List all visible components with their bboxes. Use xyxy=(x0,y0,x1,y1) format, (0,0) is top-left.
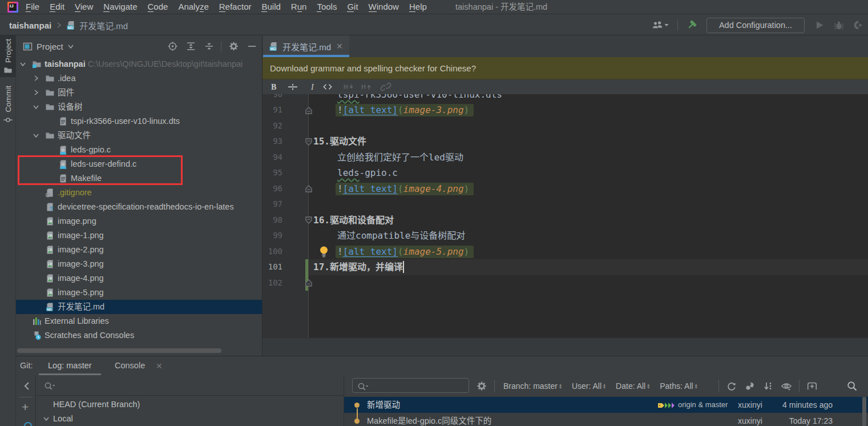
tab-close-icon[interactable]: ✕ xyxy=(336,42,343,50)
debug-icon[interactable] xyxy=(832,19,846,31)
menu-git[interactable]: Git xyxy=(342,0,363,14)
commit-row[interactable]: 新增驱动origin & masterxuxinyi4 minutes ago xyxy=(344,397,868,413)
fold-marker-icon[interactable] xyxy=(305,185,313,192)
settings-icon[interactable] xyxy=(229,42,239,51)
project-horizontal-scrollbar[interactable] xyxy=(17,348,221,353)
filter-user[interactable]: User: All▴▾ xyxy=(572,381,605,391)
profiler-icon[interactable] xyxy=(851,19,865,31)
branch-node-HEAD_Current_Branch_[interactable]: HEAD (Current Branch) xyxy=(43,400,140,409)
git-tab-console[interactable]: Console xyxy=(110,356,150,375)
toolbar-divider xyxy=(19,397,33,397)
markdown-toolbar: BIHH xyxy=(263,79,868,94)
bold-icon[interactable]: B xyxy=(268,81,280,93)
notification-banner[interactable]: Download grammar and spelling checker fo… xyxy=(263,57,868,79)
fold-marker-icon[interactable] xyxy=(305,138,313,146)
chevron-down-icon[interactable] xyxy=(33,103,39,110)
back-icon[interactable] xyxy=(22,381,31,391)
commit-row[interactable]: Makefile是led-gpio.c同级文件下的xuxinyiToday 17… xyxy=(344,413,868,426)
tree-item-_[interactable]: 驱动文件 xyxy=(16,128,263,143)
menu-help[interactable]: Help xyxy=(404,0,432,14)
locate-icon[interactable] xyxy=(168,42,177,51)
hide-icon[interactable] xyxy=(247,42,257,51)
fold-marker-icon[interactable] xyxy=(305,107,313,114)
commit-search-field[interactable] xyxy=(352,378,469,393)
filter-date[interactable]: Date: All▴▾ xyxy=(616,381,649,391)
tree-item-devicetree-specification-readthedocs-io-en-lates[interactable]: ?devicetree-specification-readthedocs-io… xyxy=(16,200,263,214)
add-icon[interactable]: + xyxy=(22,402,29,412)
filter-paths[interactable]: Paths: All▴▾ xyxy=(660,381,697,391)
stripe-tab-commit[interactable]: Commit xyxy=(0,86,16,128)
intellisort-icon[interactable] xyxy=(744,380,756,392)
strikethrough-icon[interactable] xyxy=(287,81,298,93)
settings-icon[interactable] xyxy=(476,380,487,392)
tree-item-image-2.png[interactable]: image-2.png xyxy=(16,243,263,257)
intention-bulb-icon[interactable] xyxy=(318,246,329,258)
branch-node-Local[interactable]: Local xyxy=(43,414,73,423)
tree-item-tspi-rk3566-user-v10-linux.dts[interactable]: tspi-rk3566-user-v10-linux.dts xyxy=(16,114,263,128)
menu-tools[interactable]: Tools xyxy=(312,0,342,14)
tree-item-Scratches_and_Consoles[interactable]: Scratches and Consoles xyxy=(16,328,263,343)
refresh-icon[interactable] xyxy=(726,380,737,392)
new-tab-icon[interactable] xyxy=(806,380,818,392)
commits-scrollbar[interactable] xyxy=(862,397,866,426)
menu-run[interactable]: Run xyxy=(286,0,312,14)
menu-window[interactable]: Window xyxy=(364,0,404,14)
tree-item-.idea[interactable]: .idea xyxy=(16,71,263,86)
tree-item-image-1.png[interactable]: image-1.png xyxy=(16,228,263,243)
code-span-icon[interactable] xyxy=(322,81,333,93)
tree-item-_[interactable]: 设备树 xyxy=(16,100,263,114)
branch-search-field[interactable] xyxy=(36,376,344,396)
project-panel-title[interactable]: Project xyxy=(37,42,63,51)
tree-item-External_Libraries[interactable]: External Libraries xyxy=(16,314,263,328)
search-icon[interactable] xyxy=(846,380,858,392)
tree-item-image-3.png[interactable]: image-3.png xyxy=(16,257,263,271)
console-tab-close-icon[interactable]: ✕ xyxy=(156,361,163,371)
main-toolbar: taishanpai MD 开发笔记.md Add Configuration.… xyxy=(0,15,868,35)
chevron-down-icon[interactable] xyxy=(33,132,39,139)
fold-marker-icon[interactable] xyxy=(305,279,313,287)
filter-branch[interactable]: Branch: master▴▾ xyxy=(503,381,562,391)
chevron-right-icon[interactable] xyxy=(33,75,39,82)
menu-file[interactable]: File xyxy=(21,0,45,14)
branch-node-label: HEAD (Current Branch) xyxy=(53,400,140,409)
partial-icon[interactable] xyxy=(24,422,32,426)
tree-item-image-5.png[interactable]: image-5.png xyxy=(16,286,263,300)
sort-icon[interactable] xyxy=(762,380,774,392)
editor-line-90: tspi-rk3566-user-v10-linux.dts xyxy=(337,94,502,102)
users-icon[interactable] xyxy=(650,19,671,31)
run-icon[interactable] xyxy=(813,19,826,31)
editor[interactable]: 90tspi-rk3566-user-v10-linux.dts91![alt … xyxy=(263,94,868,337)
build-hammer-icon[interactable] xyxy=(685,19,699,31)
git-tab-log[interactable]: Log: master xyxy=(39,356,101,375)
breadcrumb-project[interactable]: taishanpai xyxy=(9,21,51,30)
editor-tab[interactable]: MD 开发笔记.md ✕ xyxy=(263,35,349,57)
collapse-all-icon[interactable] xyxy=(204,42,214,51)
toolbar-divider xyxy=(494,380,495,392)
menu-edit[interactable]: Edit xyxy=(45,0,70,14)
chevron-down-icon[interactable] xyxy=(19,61,26,67)
tree-item-image-4.png[interactable]: image-4.png xyxy=(16,271,263,286)
menu-build[interactable]: Build xyxy=(256,0,285,14)
filter-label: Paths: All xyxy=(660,381,693,391)
menu-view[interactable]: View xyxy=(70,0,98,14)
stripe-tab-project[interactable]: Project xyxy=(0,35,16,77)
italic-icon[interactable]: I xyxy=(308,81,319,93)
breadcrumb-file[interactable]: 开发笔记.md xyxy=(79,19,128,31)
eye-icon[interactable] xyxy=(781,380,792,392)
menu-analyze[interactable]: Analyze xyxy=(173,0,213,14)
commit-graph-node xyxy=(354,403,360,408)
chevron-right-icon[interactable] xyxy=(33,89,39,96)
tree-item-taishanpai[interactable]: taishanpai C:\Users\QINGJUE\Desktop\git\… xyxy=(16,57,263,71)
menu-code[interactable]: Code xyxy=(143,0,173,14)
expand-all-icon[interactable] xyxy=(186,42,196,51)
chevron-down-icon[interactable] xyxy=(43,415,50,422)
tree-item-_[interactable]: 固件 xyxy=(16,86,263,100)
chevron-down-icon[interactable] xyxy=(67,43,74,50)
fold-marker-icon[interactable] xyxy=(305,216,313,224)
tree-item-image.png[interactable]: image.png xyxy=(16,214,263,228)
tree-item-.gitignore[interactable]: .gitignore xyxy=(16,186,263,200)
menu-navigate[interactable]: Navigate xyxy=(98,0,142,14)
tree-item-_.md[interactable]: MD开发笔记.md xyxy=(16,300,263,314)
menu-refactor[interactable]: Refactor xyxy=(214,0,257,14)
add-configuration-button[interactable]: Add Configuration... xyxy=(706,18,805,33)
